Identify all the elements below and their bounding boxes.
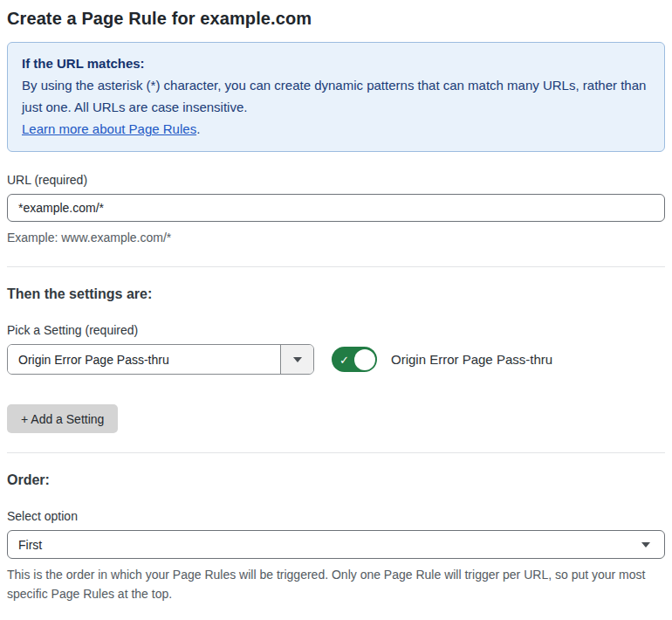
toggle-knob [354,349,375,370]
order-select-label: Select option [7,509,665,523]
divider [7,452,665,453]
check-icon: ✓ [339,354,349,365]
info-box-heading: If the URL matches: [22,52,650,74]
url-input[interactable] [7,194,665,222]
setting-toggle[interactable]: ✓ [332,347,377,372]
add-setting-button[interactable]: + Add a Setting [7,404,118,433]
link-suffix: . [196,121,200,136]
setting-select-value: Origin Error Page Pass-thru [8,345,280,374]
order-select-value: First [18,538,42,552]
divider [7,266,665,267]
setting-toggle-label: Origin Error Page Pass-thru [391,352,552,367]
order-helper-text: This is the order in which your Page Rul… [7,565,665,603]
setting-row: Origin Error Page Pass-thru ✓ Origin Err… [7,344,665,375]
page-title: Create a Page Rule for example.com [7,9,665,29]
setting-select[interactable]: Origin Error Page Pass-thru [7,344,314,375]
url-match-info-box: If the URL matches: By using the asteris… [7,42,665,152]
order-select[interactable]: First [7,530,665,559]
pick-setting-label: Pick a Setting (required) [7,323,665,337]
setting-select-arrow-button[interactable] [280,345,313,374]
url-field-label: URL (required) [7,173,665,187]
info-box-link-line: Learn more about Page Rules. [22,118,650,140]
chevron-down-icon [641,542,650,548]
learn-more-link[interactable]: Learn more about Page Rules [22,121,196,136]
order-section-heading: Order: [7,472,665,488]
info-box-body: By using the asterisk (*) character, you… [22,74,650,118]
url-example-helper: Example: www.example.com/* [7,228,665,247]
chevron-down-icon [293,357,302,362]
settings-section-heading: Then the settings are: [7,286,665,302]
